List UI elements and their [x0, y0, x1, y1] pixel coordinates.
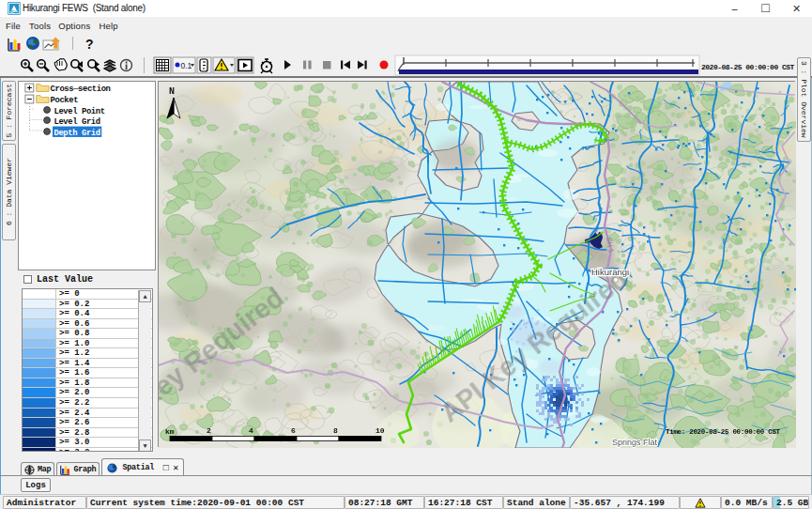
svg-text:Time: 2020-08-25 00:00:00 CST: Time: 2020-08-25 00:00:00 CST	[666, 428, 781, 436]
svg-text:Springs Flat: Springs Flat	[612, 438, 658, 447]
svg-text:2020-08-25 00:00:00 CST: 2020-08-25 00:00:00 CST	[701, 63, 795, 71]
svg-text:km: km	[165, 427, 175, 436]
svg-text:?: ?	[85, 37, 94, 52]
svg-text:0.1: 0.1	[181, 61, 192, 70]
svg-text:8: 8	[333, 426, 338, 435]
svg-text:2: 2	[207, 426, 211, 435]
svg-text:Hikurangi: Hikurangi	[591, 267, 629, 277]
svg-text:4: 4	[249, 426, 253, 435]
svg-text:10: 10	[375, 426, 385, 435]
svg-text:N: N	[169, 86, 175, 97]
svg-text:6: 6	[291, 426, 296, 435]
